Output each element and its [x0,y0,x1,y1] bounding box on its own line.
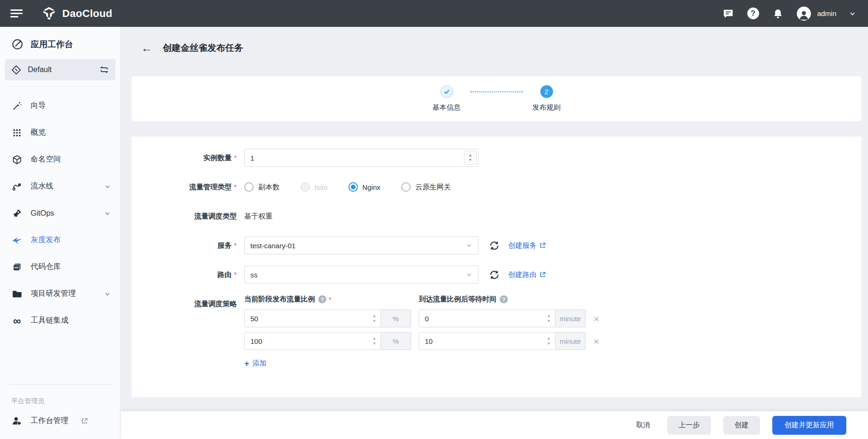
sidebar-item-workbench-manage[interactable]: 工作台管理 [0,407,120,434]
bell-icon[interactable] [772,8,784,20]
number-stepper[interactable]: ▲ ▼ [547,309,551,327]
spinner-down-icon: ▼ [372,342,376,346]
radio-istio: Istio [300,182,328,192]
step-release-rules: 2 发布规则 [523,85,570,112]
ratio-input[interactable] [244,309,381,327]
infinity-icon: ∞ [11,316,23,325]
radio-checked-icon[interactable] [348,182,358,192]
radio-cloud-native-gateway[interactable]: 云原生网关 [401,182,451,192]
workbench-icon [11,38,24,50]
field-label-schedule-type: 流量调度类型 [194,212,237,220]
step-basic-info: 基本信息 [423,85,470,112]
required-asterisk: * [329,295,331,303]
chevron-down-icon[interactable] [104,210,111,217]
code-repo-icon [11,262,23,272]
number-stepper[interactable]: ▲ ▼ [547,332,551,350]
required-asterisk: * [234,270,237,278]
help-icon[interactable]: ? [318,295,326,303]
step-label: 发布规则 [532,103,561,112]
external-link-icon [539,242,546,249]
spinner-up-icon: ▲ [469,154,472,157]
route-select[interactable]: ss [244,266,479,284]
main-content: ← 创建金丝雀发布任务 基本信息 2 发布规则 [121,27,868,439]
help-icon[interactable]: ? [500,295,508,303]
chevron-down-icon [466,242,472,249]
wizard-icon [11,101,23,111]
switch-workspace-icon[interactable] [99,65,109,74]
workbench-title: 应用工作台 [31,39,73,50]
previous-step-button[interactable]: 上一步 [667,416,711,435]
step-check-icon [440,85,453,98]
sidebar-item-project-mgmt[interactable]: 项目研发管理 [0,280,120,307]
sidebar-item-toolchain[interactable]: ∞ 工具链集成 [0,307,120,334]
instances-input[interactable] [244,149,479,167]
cancel-button[interactable]: 取消 [633,416,653,435]
strategy-row: ▲ ▼ % ▲ ▼ [244,309,599,327]
avatar[interactable] [797,7,811,21]
stepper-card: 基本信息 2 发布规则 [132,76,861,121]
sidebar-item-canary-release[interactable]: 灰度发布 [0,227,120,253]
number-stepper[interactable]: ▲ ▼ [372,332,376,350]
field-label-service: 服务 [217,241,231,249]
percent-addon: % [381,332,411,350]
strategy-row: ▲ ▼ % ▲ ▼ [244,332,599,350]
back-arrow-icon[interactable]: ← [141,42,152,54]
radio-icon[interactable] [244,182,254,192]
help-icon[interactable]: ? [747,8,759,20]
chevron-down-icon[interactable] [104,183,111,190]
percent-addon: % [381,309,411,327]
wait-input[interactable] [419,332,555,350]
schedule-type-value: 基于权重 [244,207,273,225]
daocloud-logo-icon [41,6,57,21]
close-icon[interactable]: × [594,336,599,346]
step-connector [470,91,523,92]
radio-replicas[interactable]: 副本数 [244,182,280,192]
workspace-name: Default [28,65,52,74]
spinner-up-icon: ▲ [372,337,376,341]
service-select[interactable]: test-canary-01 [244,236,479,254]
sidebar-item-gitops[interactable]: GitOps [0,200,120,227]
workspace-selector[interactable]: Default [5,59,116,81]
footer-action-bar: 取消 上一步 创建 创建并更新应用 [121,411,868,439]
spinner-up-icon: ▲ [547,337,551,341]
wait-input[interactable] [419,309,555,327]
step-number: 2 [540,85,553,98]
create-button[interactable]: 创建 [723,416,760,435]
field-label-route: 路由 [217,270,231,278]
sidebar-item-overview[interactable]: 概览 [0,119,120,146]
username: admin [817,9,836,17]
chevron-down-icon[interactable] [104,291,111,297]
external-link-icon [81,417,88,424]
radio-nginx[interactable]: Nginx [348,182,380,192]
required-asterisk: * [234,241,237,249]
close-icon[interactable]: × [594,314,599,324]
create-route-link[interactable]: 创建路由 [508,270,546,279]
step-label: 基本信息 [432,103,461,112]
brand: DaoCloud [41,6,112,21]
ratio-input[interactable] [244,332,381,350]
folder-icon [11,289,23,299]
overview-icon [11,128,23,138]
refresh-icon[interactable] [489,269,500,280]
create-and-update-button[interactable]: 创建并更新应用 [772,416,846,435]
spinner-up-icon: ▲ [372,314,376,318]
sidebar-item-namespace[interactable]: 命名空间 [0,146,120,173]
spinner-up-icon: ▲ [547,314,551,318]
number-stepper[interactable]: ▲ ▼ [464,151,477,165]
sidebar-item-pipeline[interactable]: 流水线 [0,173,120,200]
create-service-link[interactable]: 创建服务 [508,241,546,250]
radio-icon[interactable] [401,182,411,192]
sidebar-item-code-repo[interactable]: 代码仓库 [0,253,120,280]
spinner-down-icon: ▼ [372,319,376,323]
refresh-icon[interactable] [489,240,500,251]
number-stepper[interactable]: ▲ ▼ [372,309,376,327]
workbench-header: 应用工作台 [0,27,120,57]
chevron-down-icon[interactable] [849,10,856,17]
menu-icon[interactable] [10,8,23,20]
sidebar-item-wizard[interactable]: 向导 [0,92,120,119]
chat-icon[interactable] [722,8,734,20]
add-stage-button[interactable]: + 添加 [244,359,267,368]
plus-icon: + [244,359,249,368]
role-label: 平台管理员 [0,390,120,407]
required-asterisk: * [234,154,237,162]
